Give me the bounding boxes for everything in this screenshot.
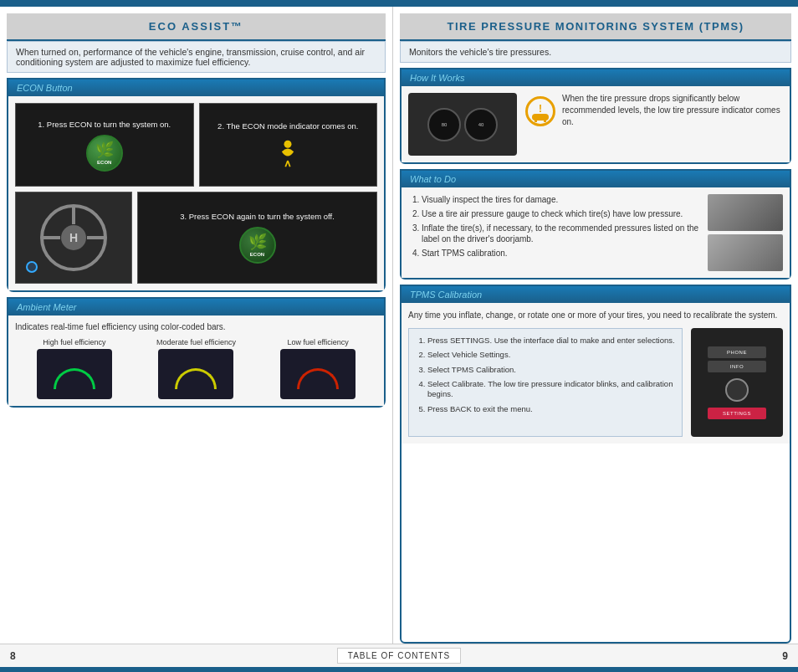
calibration-content: Press SETTINGS. Use the interface dial t… (408, 328, 783, 437)
tpms-warning-area: ! When the tire pressure drops significa… (525, 93, 783, 128)
console-image: PHONE INFO SETTINGS (691, 328, 783, 437)
what-to-do-step-1: Visually inspect the tires for damage. (422, 194, 699, 205)
dashboard-image: 80 40 (408, 93, 517, 156)
right-panel: TIRE PRESSURE MONITORING SYSTEM (TPMS) M… (393, 7, 798, 644)
how-it-works-header: How It Works (402, 69, 790, 86)
gauge-arc-yellow-icon (175, 368, 217, 389)
console-btn-2: INFO (708, 361, 766, 372)
cal-step-3: Select TPMS Calibration. (427, 365, 675, 375)
meter-low-label: Low fuel efficiency (287, 338, 348, 346)
econ-step3-text: 3. Press ECON again to turn the system o… (180, 212, 335, 222)
spoke-left (43, 236, 60, 239)
steering-hub: H (61, 225, 86, 250)
econ-mode-indicator-icon (271, 136, 304, 170)
tpms-warning-icon: ! (525, 96, 555, 126)
meter-grid: High fuel efficiency Moderate fuel effic… (15, 338, 377, 399)
tire-inspection-image (708, 194, 783, 231)
econ-button-header: ECON Button (8, 80, 384, 96)
cal-step-4: Select Calibrate. The low tire pressure … (427, 379, 675, 400)
steering-wheel-image: H (15, 192, 132, 284)
meter-moderate: Moderate fuel efficiency (137, 338, 256, 399)
ambient-meter-section: Ambient Meter Indicates real-time fuel e… (7, 297, 386, 408)
what-to-do-step-3: Inflate the tire(s), if necessary, to th… (422, 223, 699, 244)
what-to-do-content: Visually inspect the tires for damage. U… (408, 194, 783, 271)
tire-label-image (708, 234, 783, 271)
eco-assist-title: ECO ASSIST™ (7, 13, 386, 41)
econ-button-icon-step3: 🌿 (239, 227, 276, 264)
svg-text:!: ! (539, 103, 542, 115)
econ-button-location-indicator (26, 261, 38, 273)
econ-button-icon: 🌿 (86, 135, 123, 172)
cal-step-5: Press BACK to exit the menu. (427, 404, 675, 414)
toc-button[interactable]: TABLE OF CONTENTS (337, 648, 461, 664)
econ-step2-text: 2. The ECON mode indicator comes on. (217, 121, 358, 131)
svg-rect-5 (544, 117, 546, 122)
speed-gauge: 80 (427, 108, 461, 141)
cal-step-2: Select Vehicle Settings. (427, 350, 675, 360)
meter-high-label: High fuel efficiency (43, 338, 105, 346)
what-to-do-header: What to Do (402, 171, 790, 187)
gauge-arc-green-icon (54, 368, 95, 389)
ambient-meter-intro: Indicates real-time fuel efficiency usin… (15, 322, 377, 331)
dashboard-gauges: 80 40 (427, 108, 498, 141)
econ-step1-box: 1. Press ECON to turn the system on. 🌿 (15, 103, 194, 187)
econ-bottom-row: H 3. Press ECON again to turn the system… (15, 192, 377, 284)
meter-low: Low fuel efficiency (258, 338, 377, 399)
bottom-bar (0, 667, 798, 672)
honda-logo: H (69, 231, 78, 244)
gauge-low (280, 349, 356, 399)
econ-step1-text: 1. Press ECON to turn the system on. (38, 120, 171, 130)
econ-leaf-icon: 🌿 (95, 141, 114, 159)
econ-leaf-step3-icon: 🌿 (248, 233, 267, 251)
ambient-meter-header: Ambient Meter (8, 299, 384, 315)
main-content: ECO ASSIST™ When turned on, performance … (0, 7, 798, 644)
tpms-calibration-body: Any time you inflate, change, or rotate … (402, 303, 790, 444)
econ-button-body: 1. Press ECON to turn the system on. 🌿 2… (8, 96, 384, 290)
svg-rect-4 (535, 117, 537, 122)
gauge-high (37, 349, 112, 399)
meter-high: High fuel efficiency (15, 338, 134, 399)
gauge-moderate (158, 349, 233, 399)
what-to-do-steps: Visually inspect the tires for damage. U… (408, 194, 699, 271)
page-footer: 8 TABLE OF CONTENTS 9 (0, 644, 798, 667)
svg-line-2 (288, 161, 290, 167)
calibration-steps-list: Press SETTINGS. Use the interface dial t… (408, 328, 683, 437)
what-to-do-step-2: Use a tire air pressure gauge to check w… (422, 208, 699, 219)
cal-step-1: Press SETTINGS. Use the interface dial t… (427, 336, 675, 346)
econ-steps-top-grid: 1. Press ECON to turn the system on. 🌿 2… (15, 103, 377, 187)
spoke-right (87, 236, 104, 239)
console-settings-btn: SETTINGS (708, 408, 766, 419)
calibration-ol: Press SETTINGS. Use the interface dial t… (416, 336, 675, 414)
tpms-intro-text: Monitors the vehicle's tire pressures. (400, 41, 791, 63)
page-number-left: 8 (10, 650, 16, 662)
steering-wheel-graphic: H (40, 204, 107, 271)
what-to-do-section: What to Do Visually inspect the tires fo… (400, 169, 791, 280)
ambient-meter-body: Indicates real-time fuel efficiency usin… (8, 315, 384, 406)
econ-step3-box: 3. Press ECON again to turn the system o… (137, 192, 377, 284)
how-it-works-body: 80 40 ! (402, 86, 790, 162)
left-panel: ECO ASSIST™ When turned on, performance … (0, 7, 393, 644)
tire-images-area (708, 194, 783, 271)
gauge-arc-red-icon (297, 368, 339, 389)
how-it-works-section: How It Works 80 40 (400, 68, 791, 164)
console-interface-dial (725, 378, 749, 402)
rpm-gauge: 40 (464, 108, 498, 141)
page-number-right: 9 (782, 650, 788, 662)
spoke-top (72, 208, 75, 224)
meter-moderate-label: Moderate fuel efficiency (156, 338, 236, 346)
what-to-do-body: Visually inspect the tires for damage. U… (402, 187, 790, 278)
tpms-calibration-intro: Any time you inflate, change, or rotate … (408, 310, 783, 321)
econ-button-section: ECON Button 1. Press ECON to turn the sy… (7, 78, 386, 292)
console-buttons-graphic: PHONE INFO SETTINGS (708, 346, 766, 419)
top-bar (0, 0, 798, 7)
console-btn-1: PHONE (708, 346, 766, 358)
what-to-do-step-4: Start TPMS calibration. (422, 248, 699, 259)
svg-point-0 (284, 141, 292, 148)
tpms-calibration-header: TPMS Calibration (402, 286, 790, 303)
tpms-warning-desc: When the tire pressure drops significant… (562, 93, 783, 128)
tpms-title: TIRE PRESSURE MONITORING SYSTEM (TPMS) (400, 13, 791, 41)
tpms-calibration-section: TPMS Calibration Any time you inflate, c… (400, 285, 791, 644)
eco-intro-text: When turned on, performance of the vehic… (7, 41, 386, 73)
what-to-do-list: Visually inspect the tires for damage. U… (408, 194, 699, 259)
econ-step2-box: 2. The ECON mode indicator comes on. (199, 103, 378, 187)
